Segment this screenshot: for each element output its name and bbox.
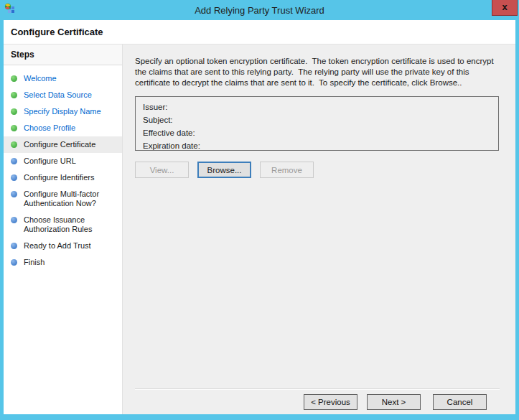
client-area: Configure Certificate Steps Welcome Sele… <box>4 20 515 414</box>
page-header-band: Configure Certificate <box>4 20 515 45</box>
next-button[interactable]: Next > <box>367 394 421 410</box>
page-title: Configure Certificate <box>11 27 103 37</box>
step-label: Configure Identifiers <box>24 173 94 182</box>
upcoming-bullet-icon <box>11 243 17 249</box>
footer-buttons: < Previous Next > Cancel <box>135 390 500 414</box>
current-bullet-icon <box>11 141 17 148</box>
wizard-window: Add Relying Party Trust Wizard x Configu… <box>0 0 519 420</box>
step-label: Configure Multi-factor Authentication No… <box>24 190 99 207</box>
step-label: Configure URL <box>24 157 76 165</box>
sidebar-item-configure-url: Configure URL <box>4 153 122 169</box>
close-icon[interactable]: x <box>492 0 518 16</box>
completed-bullet-icon <box>11 75 17 82</box>
steps-heading: Steps <box>4 45 122 65</box>
completed-bullet-icon <box>11 125 17 131</box>
sidebar-item-configure-identifiers: Configure Identifiers <box>4 169 122 186</box>
page-description: Specify an optional token encryption cer… <box>135 56 498 88</box>
step-label: Finish <box>24 258 45 266</box>
main-panel: Specify an optional token encryption cer… <box>123 45 515 414</box>
sidebar-item-finish: Finish <box>4 254 122 271</box>
certificate-info-box: Issuer: Subject: Effective date: Expirat… <box>135 96 499 151</box>
certificate-actions: View... Browse... Remove <box>135 162 500 178</box>
remove-button: Remove <box>260 162 314 178</box>
content-area: Steps Welcome Select Data Source Specify… <box>4 45 515 414</box>
sidebar-item-configure-certificate: Configure Certificate <box>4 136 122 153</box>
sidebar-item-ready-to-add-trust: Ready to Add Trust <box>4 238 122 254</box>
completed-bullet-icon <box>11 108 17 115</box>
browse-button[interactable]: Browse... <box>197 162 251 178</box>
step-label: Specify Display Name <box>24 107 101 116</box>
wizard-app-icon <box>4 3 17 16</box>
cancel-button[interactable]: Cancel <box>433 394 487 410</box>
sidebar-item-welcome: Welcome <box>4 70 122 87</box>
view-button: View... <box>135 162 189 178</box>
step-label: Select Data Source <box>24 90 92 99</box>
sidebar-item-choose-issuance-rules: Choose Issuance Authorization Rules <box>4 212 122 238</box>
sidebar-item-specify-display-name: Specify Display Name <box>4 103 122 120</box>
certificate-subject-label: Subject: <box>143 115 491 128</box>
previous-button[interactable]: < Previous <box>304 394 357 410</box>
certificate-issuer-label: Issuer: <box>143 102 491 115</box>
window-title: Add Relying Party Trust Wizard <box>0 5 519 16</box>
steps-sidebar: Steps Welcome Select Data Source Specify… <box>4 45 123 414</box>
titlebar[interactable]: Add Relying Party Trust Wizard x <box>0 0 519 20</box>
sidebar-item-configure-mfa: Configure Multi-factor Authentication No… <box>4 186 122 212</box>
footer: < Previous Next > Cancel <box>135 388 500 414</box>
certificate-expiration-date-label: Expiration date: <box>143 141 491 154</box>
steps-list: Welcome Select Data Source Specify Displ… <box>4 65 122 271</box>
sidebar-item-select-data-source: Select Data Source <box>4 87 122 103</box>
step-label: Choose Issuance Authorization Rules <box>24 215 92 233</box>
upcoming-bullet-icon <box>11 259 17 266</box>
sidebar-item-choose-profile: Choose Profile <box>4 120 122 136</box>
step-label: Choose Profile <box>24 123 75 132</box>
step-label: Ready to Add Trust <box>24 241 91 250</box>
step-label: Configure Certificate <box>24 140 95 149</box>
upcoming-bullet-icon <box>11 174 17 181</box>
upcoming-bullet-icon <box>11 217 17 223</box>
certificate-effective-date-label: Effective date: <box>143 128 491 141</box>
completed-bullet-icon <box>11 92 17 98</box>
upcoming-bullet-icon <box>11 158 17 164</box>
step-label: Welcome <box>24 74 57 83</box>
upcoming-bullet-icon <box>11 191 17 197</box>
